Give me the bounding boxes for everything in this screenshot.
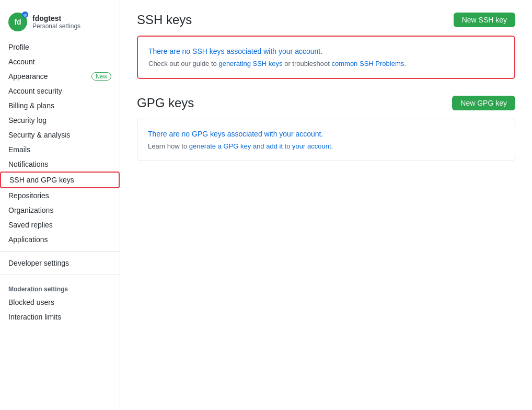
sidebar-item-billing[interactable]: Billing & plans xyxy=(0,98,120,113)
username: fdogtest xyxy=(32,14,80,22)
ssh-guide-text: Check out our guide to generating SSH ke… xyxy=(148,60,504,67)
at-icon: @ xyxy=(22,12,28,18)
sidebar-item-appearance[interactable]: Appearance New xyxy=(0,69,120,84)
gpg-keys-box: There are no GPG keys associated with yo… xyxy=(137,119,515,161)
sidebar: fd @ fdogtest Personal settings Profile … xyxy=(0,0,120,410)
user-profile[interactable]: fd @ fdogtest Personal settings xyxy=(0,8,120,40)
sidebar-item-profile[interactable]: Profile xyxy=(0,40,120,54)
sidebar-item-emails[interactable]: Emails xyxy=(0,142,120,157)
common-ssh-problems-link[interactable]: common SSH Problems xyxy=(332,60,404,67)
gpg-section-header: GPG keys New GPG key xyxy=(137,96,515,110)
sidebar-divider-2 xyxy=(0,275,120,275)
sidebar-item-saved-replies[interactable]: Saved replies xyxy=(0,218,120,232)
ssh-no-keys-text: There are no SSH keys associated with yo… xyxy=(148,47,504,55)
sidebar-item-notifications[interactable]: Notifications xyxy=(0,157,120,172)
ssh-section-header: SSH keys New SSH key xyxy=(137,13,515,27)
ssh-keys-box: There are no SSH keys associated with yo… xyxy=(137,36,515,79)
sidebar-item-security-analysis[interactable]: Security & analysis xyxy=(0,128,120,142)
sidebar-item-ssh-gpg[interactable]: SSH and GPG keys xyxy=(0,172,120,188)
gpg-section: GPG keys New GPG key There are no GPG ke… xyxy=(137,96,515,161)
gpg-guide-text: Learn how to generate a GPG key and add … xyxy=(148,142,504,150)
sidebar-nav: Profile Account Appearance New Account s… xyxy=(0,40,120,247)
moderation-section-label: Moderation settings xyxy=(0,279,120,295)
generating-ssh-keys-link[interactable]: generating SSH keys xyxy=(218,60,282,67)
sidebar-item-repositories[interactable]: Repositories xyxy=(0,188,120,203)
sidebar-item-interaction-limits[interactable]: Interaction limits xyxy=(0,310,120,324)
ssh-section: SSH keys New SSH key There are no SSH ke… xyxy=(137,13,515,79)
sidebar-item-account-security[interactable]: Account security xyxy=(0,84,120,98)
sidebar-item-account[interactable]: Account xyxy=(0,54,120,69)
main-content: SSH keys New SSH key There are no SSH ke… xyxy=(120,0,532,410)
sidebar-item-developer-settings[interactable]: Developer settings xyxy=(0,256,120,270)
sidebar-divider-1 xyxy=(0,251,120,252)
avatar: fd @ xyxy=(8,13,27,31)
sidebar-item-blocked-users[interactable]: Blocked users xyxy=(0,295,120,310)
ssh-section-title: SSH keys xyxy=(137,13,192,27)
sidebar-item-security-log[interactable]: Security log xyxy=(0,113,120,128)
gpg-no-keys-text: There are no GPG keys associated with yo… xyxy=(148,130,504,138)
user-info: fdogtest Personal settings xyxy=(32,14,80,30)
sidebar-item-organizations[interactable]: Organizations xyxy=(0,203,120,218)
appearance-badge: New xyxy=(91,72,111,81)
gpg-guide-link[interactable]: generate a GPG key and add it to your ac… xyxy=(189,142,331,150)
new-gpg-key-button[interactable]: New GPG key xyxy=(452,96,515,110)
new-ssh-key-button[interactable]: New SSH key xyxy=(454,13,515,27)
gpg-section-title: GPG keys xyxy=(137,96,194,110)
user-subtitle: Personal settings xyxy=(32,22,80,30)
sidebar-item-applications[interactable]: Applications xyxy=(0,232,120,247)
